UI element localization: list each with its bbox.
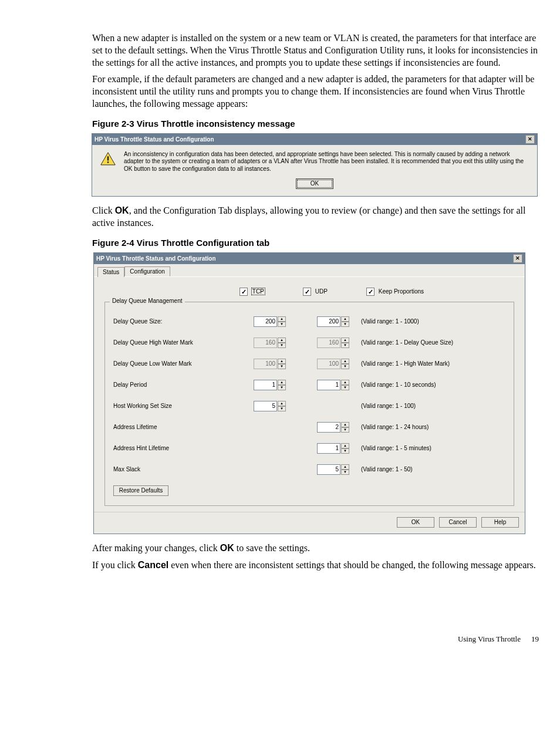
text: , and the Configuration Tab displays, al… bbox=[92, 205, 525, 228]
close-icon[interactable]: ✕ bbox=[525, 135, 535, 144]
row-restore: Restore Defaults bbox=[113, 485, 508, 496]
label: Host Working Set Size bbox=[113, 403, 234, 409]
spin-up-icon[interactable]: ▲ bbox=[341, 380, 349, 385]
spin-down-icon[interactable]: ▼ bbox=[278, 322, 286, 327]
row-low-water-mark: Delay Queue Low Water Mark ▲▼ ▲▼ (Valid … bbox=[113, 359, 508, 369]
keep-proportions-checkbox[interactable] bbox=[366, 288, 375, 296]
row-delay-period: Delay Period ▲▼ ▲▼ (Valid range: 1 - 10 … bbox=[113, 380, 508, 390]
ok-ref: OK bbox=[115, 205, 129, 215]
ms-udp-input[interactable] bbox=[317, 464, 340, 475]
dialog-titlebar: HP Virus Throttle Status and Configurati… bbox=[94, 253, 525, 264]
paragraph-4: After making your changes, click OK to s… bbox=[92, 542, 539, 555]
spin-down-icon: ▼ bbox=[278, 364, 286, 369]
footer-section: Using Virus Throttle bbox=[458, 634, 521, 644]
dqhw-tcp-input bbox=[254, 337, 277, 348]
text: even when there are inconsistent setting… bbox=[168, 560, 536, 570]
row-max-slack: Max Slack ▲▼ (Valid range: 1 - 50) bbox=[113, 464, 508, 475]
hint: (Valid range: 1 - Delay Queue Size) bbox=[361, 339, 453, 346]
spin-up-icon: ▲ bbox=[278, 337, 286, 343]
spin-down-icon[interactable]: ▼ bbox=[341, 470, 349, 475]
svg-rect-2 bbox=[107, 161, 109, 163]
hwss-tcp-input[interactable] bbox=[254, 401, 277, 411]
spin-up-icon: ▲ bbox=[341, 359, 349, 364]
inconsistency-dialog: HP Virus Throttle Status and Configurati… bbox=[92, 133, 538, 197]
label: Delay Period bbox=[113, 382, 234, 388]
spin-up-icon[interactable]: ▲ bbox=[278, 316, 286, 322]
row-delay-queue-size: Delay Queue Size: ▲▼ ▲▼ (Valid range: 1 … bbox=[113, 316, 508, 327]
hint: (Valid range: 1 - 1000) bbox=[361, 318, 419, 325]
spin-down-icon[interactable]: ▼ bbox=[341, 322, 349, 327]
spin-down-icon[interactable]: ▼ bbox=[341, 427, 349, 433]
paragraph-5: If you click Cancel even when there are … bbox=[92, 559, 539, 572]
spin-down-icon: ▼ bbox=[341, 364, 349, 369]
udp-checkbox[interactable] bbox=[303, 288, 311, 296]
spin-up-icon[interactable]: ▲ bbox=[341, 316, 349, 322]
dqlw-tcp-input bbox=[254, 359, 277, 369]
ok-button[interactable]: OK bbox=[296, 178, 333, 189]
label: Address Hint Lifetime bbox=[113, 445, 234, 451]
label: Delay Queue Size: bbox=[113, 318, 234, 325]
tab-strip: Status Configuration bbox=[94, 264, 525, 277]
dialog-titlebar: HP Virus Throttle Status and Configurati… bbox=[92, 134, 537, 145]
label: Delay Queue High Water Mark bbox=[113, 339, 234, 346]
dqs-udp-input[interactable] bbox=[317, 316, 340, 327]
groupbox-title: Delay Queue Management bbox=[110, 298, 185, 304]
figure-2-4-caption: Figure 2-4 Virus Throttle Configuration … bbox=[92, 238, 539, 248]
dialog-title-text: HP Virus Throttle Status and Configurati… bbox=[95, 136, 214, 143]
spin-up-icon: ▲ bbox=[278, 359, 286, 364]
ok-ref: OK bbox=[220, 543, 234, 553]
paragraph-2: For example, if the default parameters a… bbox=[92, 73, 539, 110]
close-icon[interactable]: ✕ bbox=[513, 254, 522, 263]
hint: (Valid range: 1 - 50) bbox=[361, 466, 413, 472]
spin-down-icon[interactable]: ▼ bbox=[278, 385, 286, 390]
restore-defaults-button[interactable]: Restore Defaults bbox=[113, 485, 168, 496]
svg-rect-1 bbox=[107, 156, 109, 160]
text: After making your changes, click bbox=[92, 543, 220, 553]
hint: (Valid range: 1 - 10 seconds) bbox=[361, 382, 436, 388]
dp-udp-input[interactable] bbox=[317, 380, 340, 390]
row-host-working-set: Host Working Set Size ▲▼ (Valid range: 1… bbox=[113, 401, 508, 411]
paragraph-1: When a new adapter is installed on the s… bbox=[92, 32, 539, 69]
dqhw-udp-input bbox=[317, 337, 340, 348]
dp-tcp-input[interactable] bbox=[254, 380, 277, 390]
warning-icon bbox=[100, 152, 116, 166]
hint: (Valid range: 1 - High Water Mark) bbox=[361, 360, 450, 367]
row-high-water-mark: Delay Queue High Water Mark ▲▼ ▲▼ (Valid… bbox=[113, 337, 508, 348]
keep-proportions-label: Keep Proportions bbox=[379, 288, 424, 295]
text: If you click bbox=[92, 560, 138, 570]
spin-up-icon[interactable]: ▲ bbox=[341, 464, 349, 470]
spin-up-icon[interactable]: ▲ bbox=[341, 443, 349, 448]
tcp-checkbox[interactable] bbox=[239, 288, 248, 296]
spin-up-icon[interactable]: ▲ bbox=[278, 380, 286, 385]
cancel-ref: Cancel bbox=[138, 560, 168, 570]
spin-down-icon: ▼ bbox=[278, 343, 286, 348]
config-dialog: HP Virus Throttle Status and Configurati… bbox=[93, 252, 525, 534]
hint: (Valid range: 1 - 5 minutes) bbox=[361, 445, 431, 451]
dqlw-udp-input bbox=[317, 359, 340, 369]
ahl-udp-input[interactable] bbox=[317, 443, 340, 454]
figure-2-3-caption: Figure 2-3 Virus Throttle inconsistency … bbox=[92, 119, 539, 129]
dialog-title-text: HP Virus Throttle Status and Configurati… bbox=[96, 255, 216, 262]
help-button[interactable]: Help bbox=[481, 517, 519, 528]
label: Delay Queue Low Water Mark bbox=[113, 360, 234, 367]
hint: (Valid range: 1 - 24 hours) bbox=[361, 424, 429, 430]
spin-down-icon[interactable]: ▼ bbox=[341, 385, 349, 390]
al-udp-input[interactable] bbox=[317, 422, 340, 433]
dialog-message: An inconsistency in configuration data h… bbox=[124, 151, 531, 173]
ok-button[interactable]: OK bbox=[397, 517, 434, 528]
spin-down-icon[interactable]: ▼ bbox=[278, 406, 286, 411]
tcp-label: TCP bbox=[252, 288, 265, 295]
row-address-hint-lifetime: Address Hint Lifetime ▲▼ (Valid range: 1… bbox=[113, 443, 508, 454]
spin-up-icon[interactable]: ▲ bbox=[341, 422, 349, 427]
cancel-button[interactable]: Cancel bbox=[439, 517, 477, 528]
tab-configuration[interactable]: Configuration bbox=[124, 266, 170, 276]
footer-page-number: 19 bbox=[531, 634, 539, 644]
label: Address Lifetime bbox=[113, 424, 234, 430]
row-address-lifetime: Address Lifetime ▲▼ (Valid range: 1 - 24… bbox=[113, 422, 508, 433]
tab-status[interactable]: Status bbox=[97, 267, 124, 277]
spin-up-icon[interactable]: ▲ bbox=[278, 401, 286, 406]
delay-queue-groupbox: Delay Queue Management Delay Queue Size:… bbox=[104, 302, 514, 506]
dqs-tcp-input[interactable] bbox=[254, 316, 277, 327]
spin-up-icon: ▲ bbox=[341, 337, 349, 343]
spin-down-icon[interactable]: ▼ bbox=[341, 448, 349, 454]
